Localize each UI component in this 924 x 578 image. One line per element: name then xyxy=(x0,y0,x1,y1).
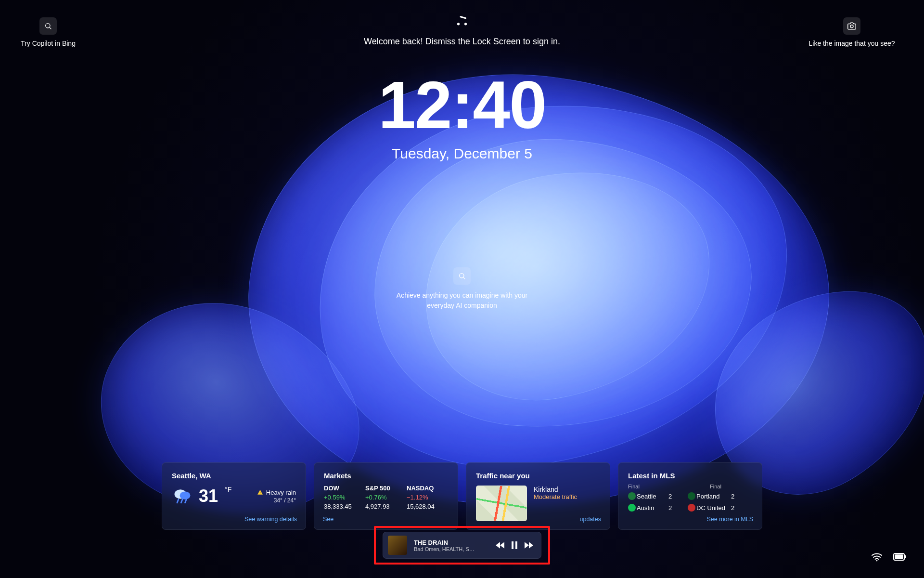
wallpaper-feedback-label: Like the image that you see? xyxy=(799,39,905,47)
traffic-status: Moderate traffic xyxy=(534,493,577,500)
next-button[interactable] xyxy=(525,542,533,549)
weather-temp: 31 xyxy=(199,486,218,506)
markets-col: NASDAQ xyxy=(407,485,448,492)
weather-card[interactable]: Seattle, WA 31 °F Heavy rain 34° / 24° xyxy=(162,462,306,530)
team-score: 2 xyxy=(731,493,738,500)
team-score: 2 xyxy=(668,504,675,512)
svg-rect-10 xyxy=(260,491,260,493)
team-name: DC United xyxy=(696,504,731,512)
team-name: Portland xyxy=(696,493,731,500)
svg-point-9 xyxy=(180,491,191,499)
track-subtitle: Bad Omen, HEALTH, S… xyxy=(414,546,489,552)
traffic-location: Kirkland xyxy=(534,486,577,493)
center-search[interactable]: Achieve anything you can imagine with yo… xyxy=(0,267,924,311)
team-name: Seattle xyxy=(637,493,668,500)
wifi-icon[interactable] xyxy=(871,552,883,564)
warning-icon xyxy=(257,489,263,497)
search-icon xyxy=(453,267,471,285)
team-name: Austin xyxy=(637,504,668,512)
album-art xyxy=(388,536,407,555)
battery-icon[interactable] xyxy=(893,553,907,563)
markets-link[interactable]: See xyxy=(323,516,334,523)
mls-title: Latest in MLS xyxy=(628,472,752,480)
team-score: 2 xyxy=(668,493,675,500)
svg-rect-13 xyxy=(515,541,517,549)
mls-card[interactable]: Latest in MLS Final Final Seattle2Portla… xyxy=(618,462,762,530)
team-crest-icon xyxy=(628,504,636,512)
svg-point-3 xyxy=(457,23,460,25)
markets-pct: +0.76% xyxy=(365,494,407,501)
mls-final-label: Final xyxy=(710,484,721,489)
welcome-text: Welcome back! Dismiss the Lock Screen to… xyxy=(0,37,924,47)
svg-rect-17 xyxy=(895,554,903,559)
traffic-link[interactable]: updates xyxy=(580,516,601,523)
markets-val: 15,628.04 xyxy=(407,503,448,510)
weather-condition: Heavy rain xyxy=(266,489,296,496)
weather-location: Seattle, WA xyxy=(172,472,296,480)
svg-point-14 xyxy=(876,560,878,562)
svg-line-2 xyxy=(461,17,466,18)
svg-point-4 xyxy=(464,23,467,25)
team-crest-icon xyxy=(688,492,695,500)
markets-title: Markets xyxy=(324,472,448,480)
team-score: 2 xyxy=(731,504,738,512)
weather-unit: °F xyxy=(225,486,231,493)
svg-line-7 xyxy=(463,277,465,279)
center-search-line1: Achieve anything you can imagine with yo… xyxy=(397,291,527,299)
media-highlight: THE DRAIN Bad Omen, HEALTH, S… xyxy=(374,526,550,565)
svg-rect-12 xyxy=(512,541,513,549)
weather-hi-lo: 34° / 24° xyxy=(257,497,296,504)
team-crest-icon xyxy=(688,504,695,512)
mls-link[interactable]: See more in MLS xyxy=(706,516,753,523)
markets-pct: −1.12% xyxy=(407,494,448,501)
wink-icon xyxy=(453,14,471,29)
markets-card[interactable]: Markets DOW S&P 500 NASDAQ +0.59% +0.76%… xyxy=(314,462,458,530)
weather-details-link[interactable]: See warning details xyxy=(244,516,297,523)
pause-button[interactable] xyxy=(511,541,518,549)
markets-col: DOW xyxy=(324,485,365,492)
previous-button[interactable] xyxy=(496,542,504,549)
rain-icon xyxy=(172,486,193,507)
markets-val: 4,927.93 xyxy=(365,503,407,510)
media-player[interactable]: THE DRAIN Bad Omen, HEALTH, S… xyxy=(383,532,541,559)
svg-rect-16 xyxy=(905,555,906,558)
traffic-map-thumb xyxy=(476,486,527,521)
markets-col: S&P 500 xyxy=(365,485,407,492)
wallpaper-feedback[interactable]: Like the image that you see? xyxy=(799,17,905,47)
clock-time: 12:40 xyxy=(0,71,924,139)
svg-rect-11 xyxy=(260,493,260,494)
team-crest-icon xyxy=(628,492,636,500)
mls-final-label: Final xyxy=(628,484,676,489)
markets-pct: +0.59% xyxy=(324,494,365,501)
traffic-title: Traffic near you xyxy=(476,472,600,480)
clock-date: Tuesday, December 5 xyxy=(0,145,924,162)
markets-val: 38,333.45 xyxy=(324,503,365,510)
camera-icon xyxy=(843,17,860,35)
track-title: THE DRAIN xyxy=(414,539,489,546)
svg-point-5 xyxy=(850,25,853,28)
traffic-card[interactable]: Traffic near you Kirkland Moderate traff… xyxy=(466,462,610,530)
svg-point-6 xyxy=(460,274,464,278)
center-search-line2: everyday AI companion xyxy=(427,302,497,309)
